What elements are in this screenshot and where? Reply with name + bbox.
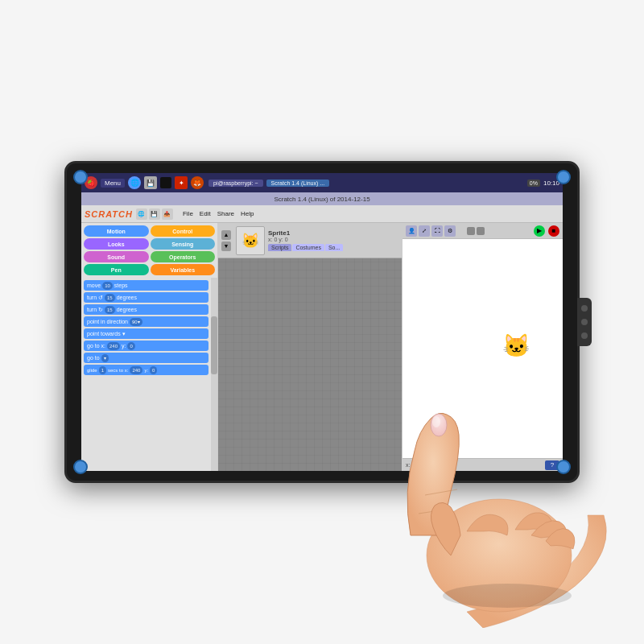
corner-hole-tr xyxy=(556,170,571,184)
person-icon[interactable]: 👤 xyxy=(406,225,417,237)
blocks-scrollbar[interactable] xyxy=(211,278,217,471)
browser-icon[interactable]: 🌐 xyxy=(128,176,141,189)
svg-point-0 xyxy=(427,499,572,612)
category-operators[interactable]: Operators xyxy=(151,251,216,262)
scratch-main: Motion Control Looks Sensing Sound Opera… xyxy=(81,223,563,471)
side-connector xyxy=(577,298,592,346)
settings-icon[interactable]: ⚙ xyxy=(444,225,456,237)
stage-area[interactable]: 🐱 xyxy=(402,239,563,458)
connector-dot xyxy=(581,305,588,312)
category-motion[interactable]: Motion xyxy=(84,225,149,237)
menu-file[interactable]: File xyxy=(183,210,193,217)
tablet-device: 🍓 Menu 🌐 💾 ✦ 🦊 pi@raspberrypi: ~ Scratch… xyxy=(64,161,580,483)
globe-icon[interactable]: 🌐 xyxy=(136,208,147,220)
battery-percent: 0% xyxy=(527,180,540,187)
stage-cat-sprite: 🐱 xyxy=(502,332,530,359)
blocks-list: move 10 steps turn ↺ 15 degrees xyxy=(81,278,211,471)
save-toolbar-icon[interactable]: 💾 xyxy=(149,208,160,220)
corner-hole-bl xyxy=(73,460,88,474)
fullscreen-icon[interactable]: ⛶ xyxy=(431,225,443,237)
stage-panel: 👤 ⤢ ⛶ ⚙ ▶ xyxy=(402,223,563,471)
block-goto-xy[interactable]: go to x: 240 y: 0 xyxy=(84,341,208,351)
stage-coords: x: -526 y: -134 xyxy=(406,462,442,468)
nav-arrows: ▲ ▼ xyxy=(221,230,231,251)
terminal-window-button[interactable]: pi@raspberrypi: ~ xyxy=(208,180,263,187)
svg-line-3 xyxy=(425,489,457,495)
tab-sounds[interactable]: So... xyxy=(325,244,343,251)
scratch-app: SCRATCH 🌐 💾 📤 File Edit Share Help xyxy=(81,205,563,471)
menu-help[interactable]: Help xyxy=(241,210,254,217)
scratch-window-title: Scratch 1.4 (Linux) of 2014-12-15 xyxy=(274,196,369,203)
block-turn-right[interactable]: turn ↻ 15 degrees xyxy=(84,304,208,315)
block-goto[interactable]: go to ▾ xyxy=(84,353,208,363)
category-variables[interactable]: Variables xyxy=(151,264,216,275)
upload-icon[interactable]: 📤 xyxy=(162,208,173,220)
block-move-steps[interactable]: move 10 steps xyxy=(84,280,208,291)
tab-scripts[interactable]: Scripts xyxy=(268,244,291,251)
block-point-towards[interactable]: point towards ▾ xyxy=(84,328,208,339)
scratch-titlebar: Scratch 1.4 (Linux) of 2014-12-15 xyxy=(81,192,563,205)
minimize-button[interactable] xyxy=(467,227,475,235)
sprite-thumbnail: 🐱 xyxy=(236,226,265,255)
stage-footer: x: -526 y: -134 ? xyxy=(402,458,563,471)
sprite-info: ▲ ▼ 🐱 Sprite1 x: 0 y: 0 xyxy=(218,223,402,258)
blocks-panel: Motion Control Looks Sensing Sound Opera… xyxy=(81,223,218,471)
scratch-logo: SCRATCH xyxy=(85,209,133,219)
svg-line-4 xyxy=(419,509,451,514)
category-sound[interactable]: Sound xyxy=(84,251,149,262)
tab-costumes[interactable]: Costumes xyxy=(292,244,324,251)
scratch-window-button[interactable]: Scratch 1.4 (Linux) ... xyxy=(266,180,330,187)
screen: 🍓 Menu 🌐 💾 ✦ 🦊 pi@raspberrypi: ~ Scratch… xyxy=(81,173,563,471)
sprite-name: Sprite1 xyxy=(268,229,398,237)
sprite-details: Sprite1 x: 0 y: 0 Scripts Costumes So.. xyxy=(268,229,398,251)
sprite-coords: x: 0 y: 0 xyxy=(268,237,398,242)
maximize-button[interactable] xyxy=(477,227,485,235)
stage-control-icons: 👤 ⤢ ⛶ ⚙ xyxy=(406,225,456,237)
categories-grid: Motion Control Looks Sensing Sound Opera… xyxy=(81,223,217,278)
connector-dot xyxy=(581,319,588,325)
nav-down[interactable]: ▼ xyxy=(221,242,231,251)
scripts-column: ▲ ▼ 🐱 Sprite1 x: 0 y: 0 xyxy=(218,223,402,471)
terminal-icon[interactable] xyxy=(160,177,171,188)
scripts-area[interactable] xyxy=(218,258,402,471)
corner-hole-br xyxy=(556,460,571,474)
sprite-tabs: Scripts Costumes So... xyxy=(268,244,398,251)
window-controls xyxy=(467,227,485,235)
block-point-direction[interactable]: point in direction 90▾ xyxy=(84,316,208,327)
scratch-menu: File Edit Share Help xyxy=(183,210,254,217)
category-looks[interactable]: Looks xyxy=(84,238,149,250)
block-turn-left[interactable]: turn ↺ 15 degrees xyxy=(84,292,208,303)
green-flag-button[interactable]: ▶ xyxy=(534,225,545,237)
nav-up[interactable]: ▲ xyxy=(221,230,231,240)
category-control[interactable]: Control xyxy=(151,225,216,237)
resize-icon[interactable]: ⤢ xyxy=(419,225,430,237)
svg-point-5 xyxy=(443,584,572,608)
menu-button[interactable]: Menu xyxy=(101,179,125,188)
menu-share[interactable]: Share xyxy=(217,210,234,217)
app-icon[interactable]: 🦊 xyxy=(191,176,204,189)
scratch-toolbar-icons: 🌐 💾 📤 xyxy=(136,208,173,220)
stage-controls: 👤 ⤢ ⛶ ⚙ ▶ xyxy=(402,223,563,239)
red-stop-button[interactable]: ■ xyxy=(548,225,559,237)
corner-hole-tl xyxy=(73,170,88,184)
category-pen[interactable]: Pen xyxy=(84,264,149,275)
starred-icon[interactable]: ✦ xyxy=(175,176,188,189)
block-glide[interactable]: glide 1 secs to x: 240 y: 0 xyxy=(84,365,208,375)
taskbar: 🍓 Menu 🌐 💾 ✦ 🦊 pi@raspberrypi: ~ Scratch… xyxy=(81,173,563,192)
scene: 🍓 Menu 🌐 💾 ✦ 🦊 pi@raspberrypi: ~ Scratch… xyxy=(0,0,644,644)
scratch-header: SCRATCH 🌐 💾 📤 File Edit Share Help xyxy=(81,205,563,223)
menu-edit[interactable]: Edit xyxy=(200,210,211,217)
category-sensing[interactable]: Sensing xyxy=(151,238,216,250)
connector-dot xyxy=(581,332,588,339)
save-icon[interactable]: 💾 xyxy=(144,176,157,189)
